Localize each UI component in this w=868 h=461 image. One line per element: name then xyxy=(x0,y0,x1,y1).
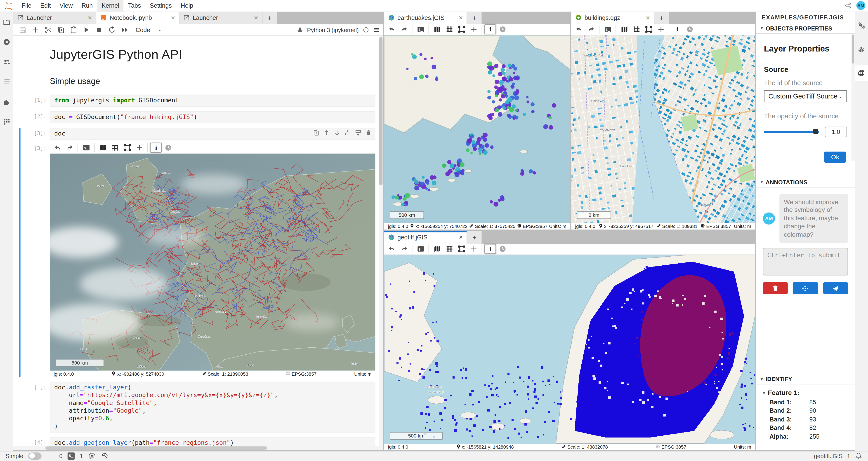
console-button[interactable] xyxy=(602,24,613,34)
add-layer-button[interactable] xyxy=(655,24,666,34)
vector-layer-button[interactable] xyxy=(121,143,133,153)
basemap-button[interactable] xyxy=(97,143,108,153)
vertical-scrollbar[interactable] xyxy=(379,36,383,446)
france-map[interactable]: GlasgowNewcastleDublinManchesterLondonPa… xyxy=(50,154,375,370)
running-kernels-icon[interactable] xyxy=(3,38,10,45)
duplicate-cell-icon[interactable] xyxy=(313,129,319,136)
console-button[interactable] xyxy=(414,24,426,34)
cell-editor[interactable]: doc.add_raster_layer( url="https://mt1.g… xyxy=(50,382,375,432)
cell-editor[interactable]: doc xyxy=(50,127,375,140)
tab-buildings[interactable]: buildings.qgz × xyxy=(571,11,654,24)
menu-item-edit[interactable]: Edit xyxy=(36,0,55,11)
hamburger-menu-icon[interactable] xyxy=(373,26,380,33)
vector-layer-button[interactable] xyxy=(643,24,654,34)
gis-panel-tab[interactable] xyxy=(855,64,868,81)
debugger-icon[interactable] xyxy=(297,26,303,33)
temporal-controller-button[interactable] xyxy=(162,143,174,153)
raster-layer-button[interactable] xyxy=(443,244,455,254)
undo-button[interactable] xyxy=(52,143,63,153)
close-icon[interactable]: × xyxy=(171,14,175,21)
new-tab-button[interactable]: + xyxy=(654,11,669,24)
earthquakes-map[interactable]: 500 km xyxy=(384,35,570,223)
menu-item-view[interactable]: View xyxy=(55,0,77,11)
cell-type-select[interactable]: Code ⌄ xyxy=(135,26,162,33)
close-icon[interactable]: × xyxy=(88,14,92,21)
restart-kernel-button[interactable] xyxy=(106,25,117,35)
kernel-usage-icon[interactable] xyxy=(3,118,10,125)
close-icon[interactable]: × xyxy=(254,14,258,21)
insert-cell-above-icon[interactable] xyxy=(344,129,351,136)
menu-item-file[interactable]: File xyxy=(17,0,36,11)
interrupt-kernel-button[interactable] xyxy=(93,25,104,35)
redo-button[interactable] xyxy=(398,244,410,254)
table-of-contents-icon[interactable] xyxy=(3,78,10,86)
add-layer-button[interactable] xyxy=(468,244,479,254)
tab-launcher-1[interactable]: Launcher × xyxy=(13,11,96,24)
kernel-name[interactable]: Python 3 (ipykernel) xyxy=(307,26,359,33)
identify-button[interactable] xyxy=(672,24,683,34)
share-icon[interactable] xyxy=(845,2,851,9)
cell-editor[interactable]: doc = GISDocument("france_hiking.jGIS") xyxy=(50,111,375,123)
tab-earthquakes[interactable]: earthquakes.jGIS × xyxy=(384,11,467,24)
vector-layer-button[interactable] xyxy=(456,24,467,34)
new-tab-button[interactable]: + xyxy=(467,231,482,243)
temporal-controller-button[interactable] xyxy=(497,244,508,254)
history-icon[interactable] xyxy=(101,452,108,460)
temporal-controller-button[interactable] xyxy=(684,24,695,34)
temporal-controller-button[interactable] xyxy=(497,24,508,34)
file-browser-icon[interactable] xyxy=(3,18,10,26)
geotiff-map[interactable]: · Baffin Island ·Île de Baffin 500 km xyxy=(384,255,755,443)
add-layer-button[interactable] xyxy=(468,24,479,34)
basemap-button[interactable] xyxy=(431,24,443,34)
raster-layer-button[interactable] xyxy=(109,143,121,153)
close-icon[interactable]: × xyxy=(646,14,650,21)
identify-button[interactable] xyxy=(150,143,162,153)
menu-item-settings[interactable]: Settings xyxy=(145,0,176,11)
undo-button[interactable] xyxy=(386,244,397,254)
collaboration-icon[interactable] xyxy=(3,58,10,66)
cut-cell-button[interactable] xyxy=(42,25,54,35)
delete-cell-icon[interactable] xyxy=(365,129,372,136)
run-cell-button[interactable] xyxy=(80,25,92,35)
menu-item-run[interactable]: Run xyxy=(77,0,97,11)
user-avatar[interactable]: AM xyxy=(857,1,865,10)
ok-button[interactable]: Ok xyxy=(825,151,846,162)
opacity-value-input[interactable] xyxy=(825,127,847,137)
new-tab-button[interactable]: + xyxy=(262,11,277,24)
insert-cell-below-icon[interactable] xyxy=(355,129,362,136)
paste-cell-button[interactable] xyxy=(68,25,79,35)
objects-properties-section-header[interactable]: ▾ OBJECTS PROPERTIES xyxy=(756,23,855,34)
tab-geotiff[interactable]: geotiff.jGIS × xyxy=(384,231,467,243)
redo-button[interactable] xyxy=(585,24,597,34)
property-inspector-tab[interactable] xyxy=(855,17,868,33)
menu-item-kernel[interactable]: Kernel xyxy=(97,0,124,11)
opacity-slider[interactable] xyxy=(764,131,819,132)
close-icon[interactable]: × xyxy=(459,14,463,21)
basemap-button[interactable] xyxy=(618,24,630,34)
bell-icon[interactable] xyxy=(855,452,862,460)
console-button[interactable] xyxy=(80,143,92,153)
menu-item-tabs[interactable]: Tabs xyxy=(124,0,145,11)
identify-button[interactable] xyxy=(485,24,496,34)
raster-layer-button[interactable] xyxy=(630,24,642,34)
annotations-section-header[interactable]: ▾ ANNOTATIONS xyxy=(756,177,855,187)
run-all-button[interactable] xyxy=(119,25,130,35)
horizontal-scrollbar[interactable] xyxy=(13,446,383,450)
submit-annotation-button[interactable] xyxy=(823,282,848,294)
buildings-map[interactable]: West New YorkUnion CityWeehawkenHobokenN… xyxy=(571,35,755,223)
slider-thumb[interactable] xyxy=(813,129,818,134)
redo-button[interactable] xyxy=(398,24,410,34)
extensions-icon[interactable] xyxy=(3,98,10,105)
save-button[interactable] xyxy=(17,25,28,35)
identify-button[interactable] xyxy=(485,244,496,254)
debugger-tab[interactable] xyxy=(855,41,868,58)
new-tab-button[interactable]: + xyxy=(467,11,482,24)
undo-button[interactable] xyxy=(386,24,397,34)
cell-editor[interactable]: from jupytergis import GISDocument xyxy=(50,94,375,107)
menu-item-help[interactable]: Help xyxy=(176,0,198,11)
kernel-chip-icon[interactable] xyxy=(88,452,96,460)
console-button[interactable] xyxy=(414,244,426,254)
feature-header[interactable]: ▾ Feature 1: xyxy=(763,389,848,397)
identify-section-header[interactable]: ▾ IDENTIFY xyxy=(756,374,855,385)
basemap-button[interactable] xyxy=(431,244,443,254)
